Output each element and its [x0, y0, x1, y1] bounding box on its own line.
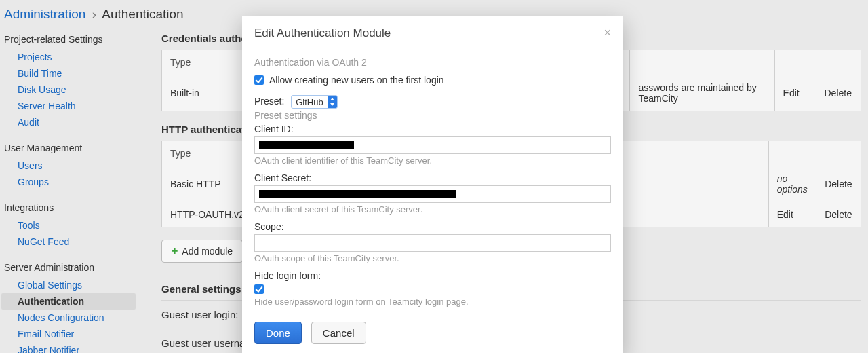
sidebar-item-nuget-feed[interactable]: NuGet Feed	[4, 234, 136, 250]
client-secret-help: OAuth client secret of this TeamCity ser…	[254, 204, 611, 215]
col-opt	[768, 141, 816, 166]
allow-new-users-checkbox[interactable]	[254, 75, 264, 85]
close-icon[interactable]: ×	[604, 26, 611, 40]
scope-label: Scope:	[254, 221, 284, 232]
col-desc	[630, 50, 774, 75]
client-secret-label: Client Secret:	[254, 172, 311, 183]
sidebar-heading: Server Administration	[4, 258, 136, 277]
sidebar-item-nodes-configuration[interactable]: Nodes Configuration	[4, 310, 136, 326]
client-id-help: OAuth client identifier of this TeamCity…	[254, 155, 611, 166]
redacted-value	[259, 141, 354, 149]
chevron-right-icon: ›	[92, 7, 96, 21]
edit-link[interactable]: Edit	[768, 202, 816, 227]
edit-auth-module-dialog: Edit Authentication Module × Authenticat…	[242, 16, 623, 353]
hide-login-label: Hide login form:	[254, 270, 321, 281]
done-button[interactable]: Done	[254, 322, 302, 344]
hide-login-checkbox[interactable]	[254, 284, 264, 294]
delete-link[interactable]: Delete	[816, 166, 861, 202]
sidebar-item-build-time[interactable]: Build Time	[4, 65, 136, 81]
module-desc: asswords are maintained by TeamCity	[630, 75, 774, 111]
sidebar-item-users[interactable]: Users	[4, 157, 136, 174]
sidebar-item-global-settings[interactable]: Global Settings	[4, 277, 136, 293]
breadcrumb-root[interactable]: Administration	[4, 7, 85, 21]
no-options-label: no options	[768, 166, 816, 202]
hide-login-help: Hide user/password login form on Teamcit…	[254, 297, 611, 307]
sidebar-item-groups[interactable]: Groups	[4, 174, 136, 190]
sidebar-item-jabber-notifier[interactable]: Jabber Notifier	[4, 342, 136, 353]
sidebar-item-authentication[interactable]: Authentication	[1, 293, 136, 310]
sidebar-item-disk-usage[interactable]: Disk Usage	[4, 81, 136, 98]
plus-icon: +	[172, 246, 178, 256]
dialog-subtitle: Authentication via OAuth 2	[254, 57, 611, 68]
sidebar-item-server-health[interactable]: Server Health	[4, 98, 136, 114]
redacted-value	[259, 190, 456, 198]
scope-help: OAuth scope of this TeamCity server.	[254, 253, 611, 263]
col-delete	[816, 141, 861, 166]
preset-select[interactable]: GitHub	[291, 95, 337, 109]
dialog-title: Edit Authentication Module	[254, 26, 391, 40]
col-delete	[816, 50, 861, 75]
sidebar-heading: Integrations	[4, 198, 136, 217]
preset-label: Preset:	[254, 96, 284, 107]
scope-input[interactable]	[254, 234, 611, 252]
add-module-label: Add module	[182, 246, 233, 257]
sidebar-heading: User Management	[4, 138, 136, 157]
preset-value: GitHub	[292, 96, 327, 108]
sidebar-heading: Project-related Settings	[4, 30, 136, 49]
client-id-label: Client ID:	[254, 124, 294, 134]
edit-link[interactable]: Edit	[774, 75, 816, 111]
breadcrumb-current: Authentication	[102, 7, 183, 21]
client-secret-input[interactable]	[254, 185, 611, 203]
sidebar-item-projects[interactable]: Projects	[4, 49, 136, 65]
sidebar-item-audit[interactable]: Audit	[4, 114, 136, 130]
add-module-button[interactable]: + Add module	[161, 240, 243, 263]
preset-settings-label: Preset settings	[254, 110, 611, 121]
sidebar: Project-related Settings Projects Build …	[0, 30, 136, 353]
delete-link[interactable]: Delete	[816, 202, 861, 227]
chevron-updown-icon	[328, 96, 337, 108]
sidebar-item-email-notifier[interactable]: Email Notifier	[4, 326, 136, 342]
delete-link[interactable]: Delete	[816, 75, 861, 111]
cancel-button[interactable]: Cancel	[311, 322, 366, 344]
allow-new-users-label: Allow creating new users on the first lo…	[269, 75, 444, 86]
client-id-input[interactable]	[254, 136, 611, 154]
col-edit	[774, 50, 816, 75]
sidebar-item-tools[interactable]: Tools	[4, 217, 136, 234]
